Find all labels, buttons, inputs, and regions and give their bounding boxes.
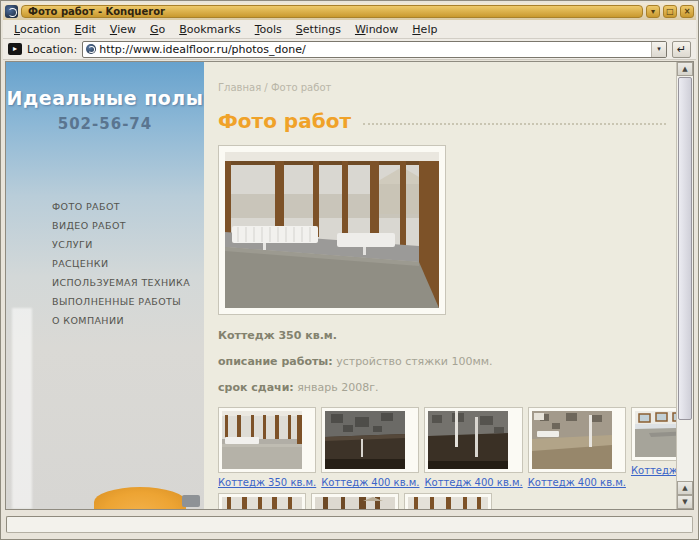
thumbnail-5[interactable]: Коттедж 400 кв.м. bbox=[631, 407, 676, 476]
location-input[interactable] bbox=[99, 42, 651, 57]
menu-go[interactable]: Go bbox=[143, 21, 172, 38]
sidebar-item-completed-works[interactable]: ВЫПОЛНЕННЫЕ РАБОТЫ bbox=[52, 294, 204, 309]
scrollbar-thumb[interactable] bbox=[678, 77, 692, 420]
scroll-up-button-bottom[interactable]: ▲ bbox=[677, 481, 693, 495]
menu-view[interactable]: View bbox=[103, 21, 143, 38]
title-dotted-rule bbox=[363, 123, 666, 125]
sidebar: Идеальные полы 502-56-74 ФОТО РАБОТ ВИДЕ… bbox=[6, 62, 204, 509]
close-button[interactable]: × bbox=[680, 5, 694, 18]
project-deadline: срок сдачи: январь 2008г. bbox=[218, 381, 676, 394]
location-combobox[interactable]: ▾ bbox=[82, 41, 667, 58]
sidebar-item-video-works[interactable]: ВИДЕО РАБОТ bbox=[52, 218, 204, 233]
go-button[interactable]: ↵ bbox=[672, 41, 691, 58]
thumbnail-1-image bbox=[222, 411, 302, 469]
menu-window[interactable]: Window bbox=[348, 21, 405, 38]
menu-tools[interactable]: Tools bbox=[248, 21, 289, 38]
sidebar-item-about-company[interactable]: О КОМПАНИИ bbox=[52, 313, 204, 328]
sidebar-item-photo-works[interactable]: ФОТО РАБОТ bbox=[52, 199, 204, 214]
screed-machine-photo bbox=[94, 487, 186, 509]
menu-bookmarks[interactable]: Bookmarks bbox=[172, 21, 247, 38]
menu-help[interactable]: Help bbox=[405, 21, 444, 38]
konqueror-favicon bbox=[86, 44, 96, 54]
project-info: Коттедж 350 кв.м. описание работы: устро… bbox=[218, 329, 676, 394]
thumbnail-3-image bbox=[428, 411, 508, 469]
thumbnail-4-caption[interactable]: Коттедж 400 кв.м. bbox=[528, 477, 626, 488]
location-label: Location: bbox=[27, 43, 77, 56]
thumbnail-3[interactable]: Коттедж 400 кв.м. bbox=[424, 407, 522, 488]
sidebar-item-prices[interactable]: РАСЦЕНКИ bbox=[52, 256, 204, 271]
menubar: Location Edit View Go Bookmarks Tools Se… bbox=[3, 20, 696, 39]
menu-settings[interactable]: Settings bbox=[289, 21, 348, 38]
sidebar-nav: ФОТО РАБОТ ВИДЕО РАБОТ УСЛУГИ РАСЦЕНКИ И… bbox=[6, 199, 204, 328]
statusbar bbox=[4, 512, 695, 536]
thumbnail-1-caption[interactable]: Коттедж 350 кв.м. bbox=[218, 477, 316, 488]
thumbnail-2-caption[interactable]: Коттедж 400 кв.м. bbox=[321, 477, 419, 488]
location-toolbar: ▸ Location: ▾ ↵ bbox=[3, 39, 696, 60]
menu-edit[interactable]: Edit bbox=[68, 21, 103, 38]
thumbnail-4-image bbox=[532, 411, 612, 469]
thumbnail-row-partial bbox=[218, 493, 676, 509]
partial-thumbnail-1[interactable] bbox=[218, 493, 306, 509]
minimize-button[interactable]: ▾ bbox=[646, 5, 660, 18]
thumbnail-4[interactable]: Коттедж 400 кв.м. bbox=[528, 407, 626, 488]
thumbnail-5-image bbox=[635, 411, 676, 457]
titlebar[interactable]: Фото работ - Konqueror ▾ □ × bbox=[3, 3, 696, 20]
phone-number: 502-56-74 bbox=[6, 115, 204, 133]
browser-viewport: Идеальные полы 502-56-74 ФОТО РАБОТ ВИДЕ… bbox=[5, 61, 694, 510]
main-photo bbox=[225, 152, 439, 308]
maximize-button[interactable]: □ bbox=[663, 5, 677, 18]
sidebar-item-services[interactable]: УСЛУГИ bbox=[52, 237, 204, 252]
sidebar-item-equipment[interactable]: ИСПОЛЬЗУЕМАЯ ТЕХНИКА bbox=[52, 275, 204, 290]
scroll-up-button[interactable]: ▲ bbox=[677, 62, 693, 76]
page-title: Фото работ bbox=[218, 109, 351, 133]
thumbnail-1[interactable]: Коттедж 350 кв.м. bbox=[218, 407, 316, 488]
project-name: Коттедж 350 кв.м. bbox=[218, 329, 676, 342]
thumbnail-2-image bbox=[325, 411, 405, 469]
main-content: Главная / Фото работ Фото работ bbox=[204, 62, 676, 509]
browser-window: Фото работ - Konqueror ▾ □ × Location Ed… bbox=[0, 0, 699, 540]
scrollbar-track[interactable] bbox=[677, 421, 693, 481]
vertical-scrollbar[interactable]: ▲ ▲ ▼ bbox=[676, 62, 693, 509]
thumbnail-2[interactable]: Коттедж 400 кв.м. bbox=[321, 407, 419, 488]
konqueror-app-icon bbox=[5, 5, 18, 18]
thumbnail-5-caption[interactable]: Коттедж 400 кв.м. bbox=[631, 465, 676, 476]
thumbnail-row: Коттедж 350 кв.м. bbox=[218, 407, 676, 488]
location-dropdown-icon[interactable]: ▾ bbox=[651, 42, 666, 57]
scroll-down-button[interactable]: ▼ bbox=[677, 495, 693, 509]
project-description: описание работы: устройство стяжки 100мм… bbox=[218, 355, 676, 368]
clear-location-icon[interactable]: ▸ bbox=[8, 43, 22, 55]
thumbnail-3-caption[interactable]: Коттедж 400 кв.м. bbox=[424, 477, 522, 488]
partial-thumbnail-3[interactable] bbox=[404, 493, 492, 509]
partial-thumbnail-2[interactable] bbox=[311, 493, 399, 509]
main-photo-frame bbox=[218, 145, 446, 315]
breadcrumb: Главная / Фото работ bbox=[218, 82, 676, 93]
site-brand: Идеальные полы bbox=[6, 87, 204, 109]
status-message-field bbox=[6, 516, 693, 533]
menu-location[interactable]: Location bbox=[7, 21, 68, 38]
window-title: Фото работ - Konqueror bbox=[21, 5, 643, 18]
